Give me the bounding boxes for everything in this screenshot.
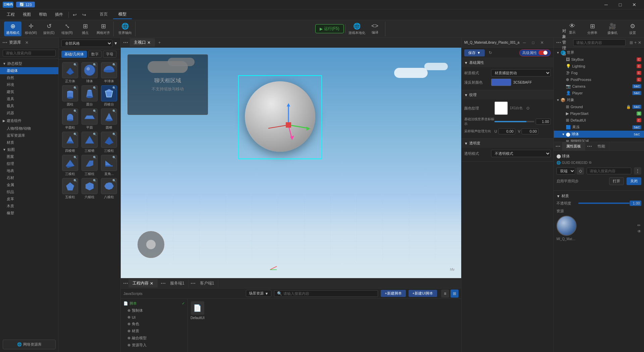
list-view-button[interactable]: ≡ — [441, 290, 449, 298]
filter-tab-geometry[interactable]: 基础/几何体 — [61, 51, 87, 58]
texture-edit-icon[interactable]: ⊙ — [525, 105, 531, 112]
scene-select[interactable]: 场景资源 ▼ — [246, 290, 272, 297]
model-item-quad-frustum[interactable]: 🔍 四棱台 — [100, 85, 118, 106]
model-filter-select[interactable]: 全部风格 — [61, 40, 112, 47]
filter-tab-letter[interactable]: 字母 — [103, 51, 116, 58]
viewport-tab-main[interactable]: 主视口 ✕ — [130, 38, 155, 47]
prop-search-input[interactable] — [590, 169, 628, 173]
model-item-plane[interactable]: 🔍 平面 — [81, 108, 98, 130]
sync-on-button[interactable]: 打开 — [609, 177, 624, 185]
undo-button[interactable]: ↩ — [70, 10, 79, 19]
obj-defaultui[interactable]: ⊞ DefaultUI C — [554, 117, 644, 124]
tree-item-rubber[interactable]: 橡塑 — [0, 210, 58, 217]
model-item-half-cyl[interactable]: 🔍 半圆柱 — [61, 108, 79, 130]
file-item-defaultui[interactable]: 📄 DefaultUI — [191, 301, 205, 320]
normal-value-input[interactable] — [536, 119, 551, 125]
obj-player[interactable]: 👤 Player S&C — [554, 90, 644, 96]
tool-move[interactable]: ✛ 移动(W) — [22, 21, 40, 36]
file-tree-fusion[interactable]: ⊕ 融合模型 — [125, 335, 187, 342]
obj-jelly[interactable]: 🟦 果冻 S&C — [554, 124, 644, 131]
bottom-tab-project[interactable]: 工程内容 ✕ — [128, 279, 158, 288]
tree-item-props[interactable]: 道具 — [0, 95, 58, 102]
obj-section-header[interactable]: ▼ 📦 对象 — [554, 96, 644, 103]
tree-item-material[interactable]: 材质 — [0, 139, 58, 146]
file-tree-prefab[interactable]: ⊕ 预制体 — [125, 307, 187, 314]
mat-save-button[interactable]: 保存 ▼ — [464, 49, 485, 56]
sync-off-button[interactable]: 关闭 — [627, 177, 641, 185]
model-item-cylinder[interactable]: 🔍 圆柱 — [61, 85, 79, 106]
tree-item-fabric[interactable]: 织品 — [0, 188, 58, 195]
model-item-tri-prism3[interactable]: 🔍 三棱柱 — [81, 155, 98, 176]
grid-view-button[interactable]: ⊞ — [450, 290, 459, 298]
tree-item-env[interactable]: 环境 — [0, 81, 58, 88]
toggle-switch[interactable] — [538, 50, 548, 55]
tree-item-basic[interactable]: 基础体 — [0, 67, 58, 74]
tree-item-metal[interactable]: 金属 — [0, 181, 58, 188]
viewport[interactable]: 聊天框区域 不支持缩放与移动 — [121, 48, 461, 278]
uv-u-input[interactable] — [498, 128, 515, 134]
tree-section-static-header[interactable]: ▼ 静态模型 — [0, 60, 58, 67]
mat-mode-select[interactable]: 材质捕捉扰动 — [491, 69, 551, 77]
filter-tab-number[interactable]: 数字 — [88, 51, 102, 58]
obj-playerstart[interactable]: ▶ PlayerStart S — [554, 110, 644, 117]
tool-resolution[interactable]: ⊞ 分辨率 — [584, 21, 601, 36]
tree-item-pattern[interactable]: 图案 — [0, 153, 58, 160]
material-minimize[interactable]: ─ — [521, 39, 528, 46]
mat-texture-header[interactable]: ▼ 纹理 — [462, 90, 553, 99]
tool-scale[interactable]: ⤡ 缩放(R) — [58, 21, 76, 36]
prop-more-button[interactable]: ⋮ — [634, 167, 641, 175]
tree-item-blue[interactable]: 蓝军资源库 — [0, 132, 58, 139]
model-item-penta-prism[interactable]: 🔍 五棱柱 — [61, 178, 79, 199]
menu-view[interactable]: 视图 — [19, 10, 35, 19]
texture-thumb[interactable] — [494, 101, 508, 115]
material-close[interactable]: ✕ — [538, 39, 546, 46]
tool-universal[interactable]: ⊕ 通用模式 — [4, 21, 21, 36]
obj-skybox[interactable]: 🖼 SkyBox C — [554, 56, 644, 63]
new-ui-script-button[interactable]: +新建UI脚本 — [409, 290, 437, 297]
resource-thumbnail[interactable] — [556, 216, 577, 236]
material-maximize[interactable]: □ — [530, 39, 537, 46]
obj-camera[interactable]: 📷 Camera S&C — [554, 83, 644, 90]
menu-project[interactable]: 工程 — [3, 10, 19, 19]
tree-item-leather[interactable]: 皮革 — [0, 195, 58, 203]
obj-ground[interactable]: ⊞ Ground 🔒 S&C — [554, 103, 644, 110]
new-script-button[interactable]: +新建脚本 — [381, 290, 406, 297]
obj-add-button[interactable]: + — [634, 39, 637, 46]
file-tree-character[interactable]: ⊕ 角色 — [125, 320, 187, 327]
run-button[interactable]: ▶ 运行(F5) — [315, 24, 344, 33]
obj-postprocess[interactable]: ⊕ PostProcess C — [554, 76, 644, 83]
viewport-close-icon[interactable]: ✕ — [147, 40, 151, 45]
tree-item-building[interactable]: 建筑 — [0, 88, 58, 95]
bottom-search-input[interactable] — [283, 292, 375, 296]
prop-tab-performance[interactable]: 性能 — [594, 142, 609, 150]
tree-item-weapon[interactable]: 武器 — [0, 109, 58, 117]
tool-translate[interactable]: <> 编译 — [366, 21, 384, 36]
asset-search-input[interactable] — [3, 50, 56, 56]
obj-fog[interactable]: 🌫 Fog C — [554, 70, 644, 76]
menu-help[interactable]: 帮助 — [35, 10, 51, 19]
obj-sphere[interactable]: ▼ ⬤ 球体 S&C — [554, 131, 644, 138]
resource-edit-icon[interactable]: ✏ — [637, 223, 641, 228]
redo-button[interactable]: ↪ — [79, 10, 89, 19]
obj-chat-area[interactable]: ⊞ 聊聊联区域 — [554, 138, 644, 142]
bottom-tab-client[interactable]: 客户端1 — [196, 279, 219, 288]
bottom-tab-project-close[interactable]: ✕ — [150, 281, 153, 286]
opacity-slider[interactable] — [578, 203, 630, 204]
maximize-button[interactable]: □ — [613, 0, 627, 9]
close-button[interactable]: ✕ — [627, 0, 641, 9]
tree-item-texture[interactable]: 纹理 — [0, 160, 58, 167]
mat-basic-header[interactable]: ▼ 基础属性 — [462, 58, 553, 67]
color-swatch[interactable] — [491, 79, 511, 86]
file-tree-scripts[interactable]: 📄 脚本 ✓ — [121, 300, 187, 307]
tree-item-npc[interactable]: 人物/怪物/动物 — [0, 125, 58, 132]
viewport-add-button[interactable]: + — [158, 40, 161, 45]
model-item-oct-prism[interactable]: 🔍 八棱柱 — [100, 178, 118, 199]
model-item-tri-prism1[interactable]: 🔍 三棱柱 — [100, 132, 118, 153]
tree-item-stone[interactable]: 石材 — [0, 174, 58, 181]
file-tree-import[interactable]: ⊕ 资源导入 — [125, 342, 187, 349]
model-item-right-angle[interactable]: 🔍 直角... — [100, 155, 118, 176]
tool-snap[interactable]: ⊞ 捕点 — [76, 21, 94, 36]
obj-close-button[interactable]: ✕ — [638, 39, 641, 46]
mat-opacity-header[interactable]: ▼ 透明度 — [462, 139, 553, 148]
model-item-cone[interactable]: 🔍 圆锥 — [100, 108, 118, 130]
